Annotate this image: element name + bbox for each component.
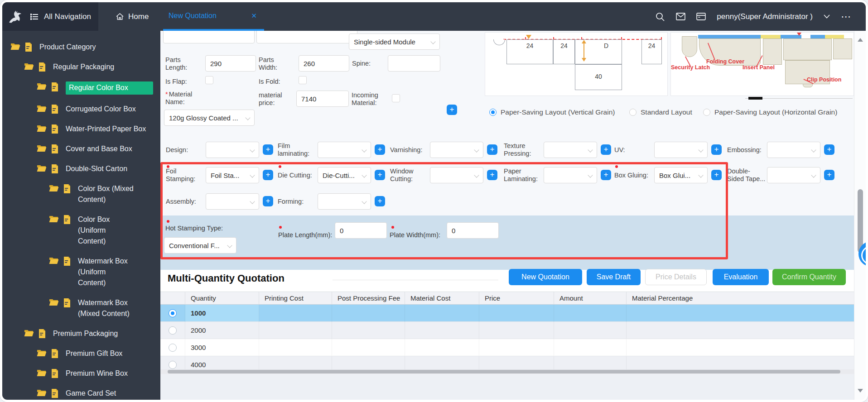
- add-process-button[interactable]: +: [487, 144, 497, 155]
- radio-icon[interactable]: [629, 109, 637, 116]
- tree-item[interactable]: Color Box (Mixed Content): [2, 179, 160, 210]
- add-process-button[interactable]: +: [824, 144, 834, 155]
- is-fold-checkbox[interactable]: [299, 76, 307, 84]
- tab-close-icon[interactable]: ✕: [251, 12, 257, 20]
- table-row[interactable]: 1000: [160, 305, 854, 322]
- is-flap-checkbox[interactable]: [205, 76, 213, 84]
- process-select[interactable]: [206, 193, 259, 210]
- more-ellipsis-icon[interactable]: ⋯: [841, 11, 851, 23]
- process-select[interactable]: [654, 142, 708, 158]
- hot-stamping-type-select[interactable]: Conventional F...: [164, 237, 236, 254]
- add-process-button[interactable]: +: [263, 144, 273, 155]
- table-row[interactable]: 4000: [160, 356, 854, 369]
- quotation-button[interactable]: Confirm Quantity: [772, 269, 846, 285]
- brand-area[interactable]: All Navigation: [2, 2, 98, 31]
- vertical-scrollbar-thumb[interactable]: [858, 189, 863, 253]
- add-process-button[interactable]: +: [711, 144, 722, 155]
- add-process-button[interactable]: +: [487, 170, 497, 180]
- add-process-button[interactable]: +: [375, 196, 385, 206]
- quotation-button[interactable]: Save Draft: [587, 269, 641, 285]
- preview-slider-thumb[interactable]: [748, 97, 762, 100]
- spine-input[interactable]: [388, 55, 440, 72]
- incoming-material-checkbox[interactable]: [392, 94, 400, 102]
- table-row[interactable]: 3000: [160, 339, 854, 356]
- add-process-button[interactable]: +: [263, 196, 273, 206]
- home-nav[interactable]: Home: [116, 2, 149, 31]
- row-radio[interactable]: [169, 309, 177, 317]
- quotation-button[interactable]: Evaluation: [713, 269, 769, 285]
- scroll-down-arrow[interactable]: [858, 389, 863, 395]
- quotation-button[interactable]: Price Details: [645, 269, 707, 285]
- process-select[interactable]: Box Glui...: [654, 167, 708, 183]
- row-radio[interactable]: [169, 361, 177, 369]
- category-sidebar: Product Category Regular Packaging: [2, 31, 160, 400]
- radio-icon[interactable]: [703, 109, 710, 116]
- material-price-input[interactable]: [296, 91, 349, 107]
- layout-option-vertical[interactable]: Paper-Saving Layout (Vertical Grain): [489, 107, 615, 118]
- add-process-button[interactable]: +: [263, 170, 273, 180]
- tree-item[interactable]: Premium Gift Box: [2, 344, 160, 364]
- row-radio[interactable]: [169, 344, 177, 352]
- tree-item[interactable]: Watermark Box (Mixed Content): [2, 293, 160, 324]
- tree-item[interactable]: Premium Packaging: [2, 324, 160, 344]
- process-label: Die Cutting:: [278, 172, 317, 179]
- add-process-button[interactable]: +: [375, 144, 385, 155]
- tree-item[interactable]: Regular Packaging: [2, 57, 160, 77]
- tree-item[interactable]: Product Category: [2, 37, 160, 57]
- truncated-input-2[interactable]: [256, 31, 357, 43]
- plate-length-input[interactable]: [335, 222, 387, 239]
- tree-item[interactable]: Premium Wine Box: [2, 364, 160, 383]
- layout-option-horizontal[interactable]: Paper-Saving Layout (Horizontal Grain): [703, 107, 837, 118]
- layout-option-standard[interactable]: Standard Layout: [629, 107, 692, 118]
- tree-item[interactable]: Corrugated Color Box: [2, 99, 160, 119]
- process-select[interactable]: [767, 142, 820, 158]
- radio-icon[interactable]: [489, 109, 497, 116]
- search-icon[interactable]: [655, 12, 665, 22]
- folder-icon: [49, 184, 59, 192]
- module-type-select[interactable]: Single-sided Module: [349, 34, 440, 50]
- scroll-up-arrow[interactable]: [858, 35, 863, 42]
- process-label: Paper Laminating:: [504, 168, 543, 183]
- user-name[interactable]: penny(Super Administrator ): [717, 12, 813, 21]
- chevron-down-icon[interactable]: [824, 14, 830, 19]
- process-select[interactable]: [206, 142, 259, 158]
- add-process-button[interactable]: +: [601, 170, 611, 180]
- mail-icon[interactable]: [676, 13, 685, 20]
- process-select[interactable]: [544, 167, 597, 183]
- tree-item[interactable]: Watermark Box (Uniform Content): [2, 251, 160, 293]
- tree-item[interactable]: Game Card Set: [2, 383, 160, 400]
- quotation-button[interactable]: New Quotation: [509, 269, 582, 285]
- row-radio[interactable]: [169, 326, 177, 335]
- plate-width-input[interactable]: [447, 222, 499, 239]
- add-process-button[interactable]: +: [375, 170, 385, 180]
- tree-item[interactable]: Double-Slot Carton: [2, 159, 160, 179]
- material-name-select[interactable]: 120g Glossy Coated ...: [164, 110, 255, 126]
- tree-item[interactable]: Color Box (Uniform Content): [2, 210, 160, 251]
- parts-width-input[interactable]: [299, 55, 349, 72]
- tab-new-quotation[interactable]: New Quotation ✕: [163, 2, 264, 31]
- process-select[interactable]: [430, 167, 483, 183]
- process-field: UV: +: [614, 138, 728, 162]
- process-select[interactable]: Die-Cutti...: [318, 167, 371, 183]
- required-dot: [279, 226, 282, 229]
- workbench-panel-icon[interactable]: [696, 13, 706, 20]
- tree-item[interactable]: Water-Printed Paper Box: [2, 119, 160, 139]
- table-row[interactable]: 2000: [160, 322, 854, 339]
- process-select[interactable]: [430, 142, 483, 158]
- process-select[interactable]: [767, 167, 820, 183]
- process-select[interactable]: [318, 193, 371, 210]
- tree-item[interactable]: Cover and Base Box: [2, 139, 160, 159]
- security-latch-shape: [682, 36, 697, 57]
- truncated-input-1[interactable]: [163, 31, 255, 43]
- horizontal-scrollbar-thumb[interactable]: [168, 370, 840, 373]
- process-select[interactable]: Foil Sta...: [206, 167, 259, 183]
- tree-item[interactable]: Regular Color Box: [2, 77, 160, 99]
- add-process-button[interactable]: +: [824, 170, 834, 180]
- process-select[interactable]: [544, 142, 597, 158]
- process-select[interactable]: [318, 142, 371, 158]
- add-process-button[interactable]: +: [711, 170, 722, 180]
- add-process-button[interactable]: +: [601, 144, 611, 155]
- parts-length-input[interactable]: [205, 55, 256, 72]
- add-material-button[interactable]: +: [447, 105, 457, 115]
- document-icon: [51, 82, 61, 91]
